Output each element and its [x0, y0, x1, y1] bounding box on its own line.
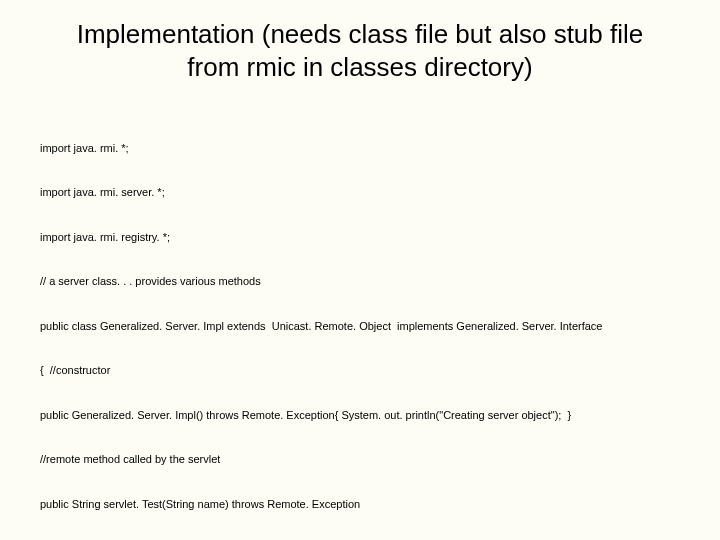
code-block: import java. rmi. *; import java. rmi. s…	[40, 111, 680, 540]
slide: Implementation (needs class file but als…	[0, 0, 720, 540]
code-line: public class Generalized. Server. Impl e…	[40, 319, 680, 334]
code-line: // a server class. . . provides various …	[40, 274, 680, 289]
code-line: //remote method called by the servlet	[40, 452, 680, 467]
code-line: public String servlet. Test(String name)…	[40, 497, 680, 512]
code-line: import java. rmi. registry. *;	[40, 230, 680, 245]
code-line: import java. rmi. *;	[40, 141, 680, 156]
slide-title: Implementation (needs class file but als…	[40, 18, 680, 83]
code-line: { //constructor	[40, 363, 680, 378]
code-line: import java. rmi. server. *;	[40, 185, 680, 200]
code-line: public Generalized. Server. Impl() throw…	[40, 408, 680, 423]
